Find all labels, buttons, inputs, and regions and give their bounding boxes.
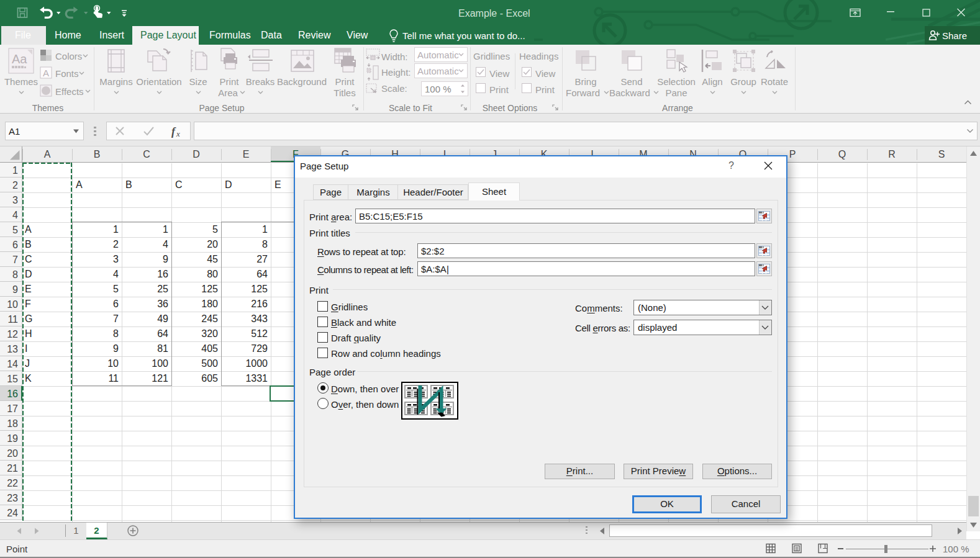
svg-text:x: x — [176, 129, 180, 138]
svg-text:A: A — [43, 68, 49, 78]
svg-text:Aa: Aa — [12, 52, 27, 66]
svg-text:f: f — [171, 125, 176, 138]
